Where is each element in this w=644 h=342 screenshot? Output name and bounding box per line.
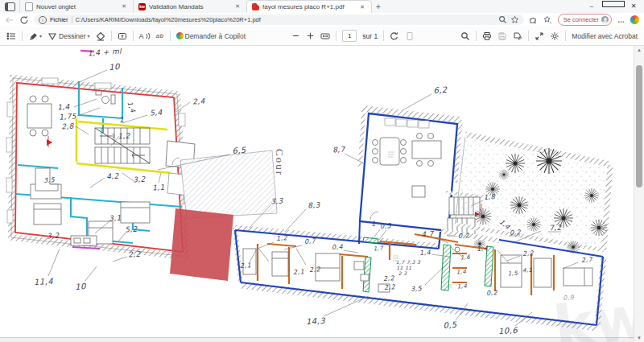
minimize-button[interactable]: – (581, 0, 602, 13)
tab-nouvel-onglet[interactable]: Nouvel onglet ✕ (19, 0, 133, 13)
page-count-label: sur 1 (362, 32, 378, 40)
highlighter-button[interactable]: ▾ (28, 31, 42, 41)
sign-in-label: Se connecter (564, 16, 599, 23)
roof-area (180, 150, 277, 218)
close-button[interactable]: ✕ (623, 0, 644, 13)
divider (565, 31, 566, 41)
zoom-out-icon[interactable] (291, 31, 300, 40)
favorites-bar-icon[interactable] (543, 15, 552, 24)
draw-label: Dessiner (59, 32, 86, 40)
tab-close-icon[interactable]: ✕ (233, 3, 242, 10)
divider (111, 31, 112, 41)
scroll-down-icon[interactable]: ▼ (634, 334, 644, 342)
red-entry-arrow (47, 136, 52, 147)
tab-strip: Nouvel onglet ✕ kw Validation Mandats ✕ … (0, 0, 644, 13)
scheme-label: Fichier (50, 16, 68, 23)
floor-plan-svg (0, 46, 634, 337)
translate-icon[interactable]: ab (156, 32, 164, 39)
draw-button[interactable]: Dessiner ▾ (47, 31, 90, 41)
new-tab-button[interactable]: + (372, 0, 385, 13)
maximize-icon (602, 1, 625, 7)
divider (170, 31, 171, 41)
more-menu-icon[interactable]: … (617, 16, 625, 24)
divider (133, 31, 134, 41)
tab-close-icon[interactable]: ✕ (358, 4, 366, 10)
copilot-icon (176, 32, 184, 39)
back-icon[interactable] (5, 15, 14, 25)
tab-close-icon[interactable]: ✕ (120, 3, 128, 10)
pdf-page: 1,4 + ml102,41,41,751,415,42,81,24,23,21… (0, 46, 634, 338)
sign-in-button[interactable]: Se connecter (558, 14, 612, 26)
tab-title: Validation Mandats (149, 3, 230, 10)
url-text: C:/Users/KARIM/Downloads/fayol%20mesures… (76, 16, 495, 23)
tab-title: fayol mesures placo R+1.pdf (262, 3, 355, 10)
page-favicon-icon (25, 2, 33, 11)
pdf-content-area[interactable]: 1,4 + ml102,41,41,751,415,42,81,24,23,21… (0, 46, 644, 342)
vertical-scrollbar[interactable]: ▲ ▼ (634, 46, 644, 342)
scroll-up-icon[interactable]: ▲ (634, 46, 644, 54)
table-of-contents-icon[interactable] (6, 31, 16, 41)
page-view-icon[interactable] (405, 31, 415, 41)
edit-with-acrobat-button[interactable]: Modifier avec Acrobat (572, 32, 638, 40)
divider (336, 31, 336, 41)
divider (22, 31, 23, 41)
fullscreen-icon[interactable] (535, 31, 544, 41)
save-as-icon[interactable] (513, 31, 522, 41)
settings-gear-icon[interactable] (550, 31, 559, 41)
save-icon[interactable] (497, 31, 507, 41)
refresh-icon[interactable] (19, 15, 29, 25)
zoom-in-icon[interactable] (306, 31, 315, 40)
magenta-mark (80, 51, 94, 52)
info-icon[interactable]: i (39, 16, 47, 24)
url-field[interactable]: i Fichier C:/Users/KARIM/Downloads/fayol… (34, 14, 524, 25)
browser-window: Nouvel onglet ✕ kw Validation Mandats ✕ … (0, 0, 644, 342)
address-right-icons: Se connecter … (529, 14, 639, 26)
ask-copilot-button[interactable]: Demander à Copilot (176, 32, 246, 40)
eraser-icon[interactable] (96, 31, 105, 41)
avatar (601, 16, 609, 23)
divider (476, 31, 477, 41)
chevron-down-icon: ▾ (39, 33, 42, 39)
chevron-down-icon: ▾ (88, 33, 90, 39)
maximize-button[interactable] (602, 0, 623, 13)
favorite-star-icon[interactable] (510, 15, 519, 24)
blue-wall-outline (360, 113, 457, 231)
divider (528, 31, 529, 41)
scrollbar-thumb[interactable] (636, 65, 642, 187)
divider (383, 31, 384, 41)
fit-width-icon[interactable] (320, 31, 330, 41)
ask-copilot-label: Demander à Copilot (185, 32, 246, 40)
divider (72, 16, 72, 23)
pdf-favicon-icon (252, 3, 259, 10)
read-aloud-glyph: A (139, 32, 144, 40)
add-text-icon[interactable] (118, 31, 127, 41)
rotate-icon[interactable] (390, 31, 399, 41)
copilot-icon[interactable] (630, 15, 639, 24)
acrobat-label: Modifier avec Acrobat (572, 32, 638, 40)
wing-furniture (243, 247, 592, 292)
print-icon[interactable] (482, 31, 492, 41)
courtyard-label: Cour (273, 149, 286, 176)
kw-favicon-icon: kw (138, 3, 146, 10)
red-filled-area (170, 208, 233, 281)
extensions-icon[interactable] (529, 15, 538, 24)
tab-title: Nouvel onglet (36, 3, 117, 10)
read-aloud-button[interactable]: A (139, 32, 151, 40)
address-bar: i Fichier C:/Users/KARIM/Downloads/fayol… (0, 13, 644, 27)
yellow-walls (76, 118, 171, 173)
search-document-icon[interactable] (460, 31, 470, 41)
staircase (95, 128, 150, 163)
tab-validation-mandats[interactable]: kw Validation Mandats ✕ (133, 0, 246, 13)
tab-pdf-active[interactable]: fayol mesures placo R+1.pdf ✕ (246, 0, 372, 13)
zoom-search-icon[interactable] (498, 15, 507, 24)
window-controls: – ✕ (581, 0, 644, 13)
pdf-toolbar: ▾ Dessiner ▾ A ab Demander à Copilot (0, 27, 644, 46)
tab-actions-icon[interactable] (5, 2, 15, 11)
left-building (6, 51, 195, 257)
page-number-input[interactable] (342, 30, 357, 42)
